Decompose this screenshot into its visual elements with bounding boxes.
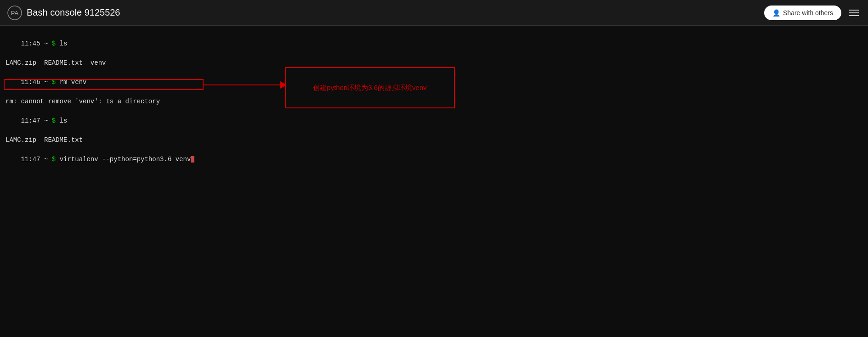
svg-text:PA: PA [11, 10, 19, 17]
terminal[interactable]: 11:45 ~ $ ls LAMC.zip README.txt venv 11… [0, 26, 868, 337]
hamburger-line-3 [849, 15, 859, 16]
terminal-line-4: 11:47 ~ $ virtualenv --python=python3.6 … [6, 145, 862, 174]
prompt-time-2: 11:46 [21, 79, 40, 86]
prompt-tilde-3: ~ [40, 117, 52, 124]
prompt-command-4: virtualenv --python=python3.6 venv [56, 156, 191, 163]
prompt-dollar-2: $ [52, 79, 56, 86]
prompt-time-4: 11:47 [21, 156, 40, 163]
prompt-command-1: ls [56, 40, 67, 47]
share-icon: 👤 [772, 9, 780, 17]
hamburger-line-1 [849, 10, 859, 11]
terminal-output-1: LAMC.zip README.txt venv [6, 58, 862, 68]
terminal-line-3: 11:47 ~ $ ls [6, 107, 862, 135]
annotation-box: 创建python环境为3.6的虚拟环境venv [285, 67, 455, 108]
topbar-right: 👤 Share with others [764, 6, 861, 20]
prompt-tilde-2: ~ [40, 79, 52, 86]
prompt-dollar-4: $ [52, 156, 56, 163]
prompt-command-3: ls [56, 117, 67, 124]
annotation-text: 创建python环境为3.6的虚拟环境venv [313, 84, 427, 92]
hamburger-button[interactable] [847, 8, 861, 18]
topbar: PA Bash console 9125526 👤 Share with oth… [0, 0, 868, 26]
prompt-dollar-3: $ [52, 117, 56, 124]
share-label: Share with others [783, 9, 833, 17]
logo-icon: PA [7, 6, 22, 20]
prompt-tilde-4: ~ [40, 156, 52, 163]
prompt-tilde-1: ~ [40, 40, 52, 47]
hamburger-line-2 [849, 12, 859, 13]
cursor [191, 156, 194, 163]
console-title: Bash console 9125526 [27, 7, 120, 18]
prompt-time-1: 11:45 [21, 40, 40, 47]
topbar-left: PA Bash console 9125526 [7, 6, 120, 20]
prompt-command-2: rm venv [56, 79, 86, 86]
terminal-line-1: 11:45 ~ $ ls [6, 29, 862, 58]
terminal-output-3: LAMC.zip README.txt [6, 135, 862, 145]
prompt-dollar-1: $ [52, 40, 56, 47]
arrow-line [204, 84, 285, 85]
share-button[interactable]: 👤 Share with others [764, 6, 841, 20]
prompt-time-3: 11:47 [21, 117, 40, 124]
